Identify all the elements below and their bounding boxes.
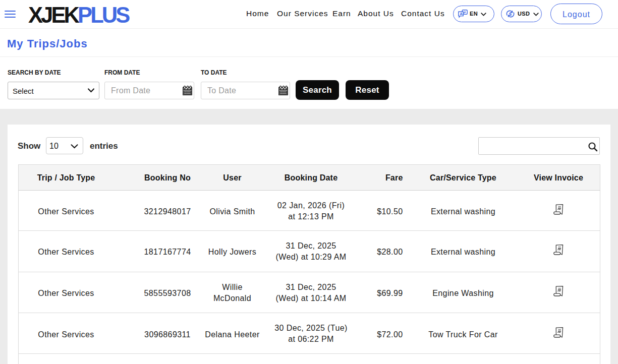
svg-text:$: $	[509, 12, 512, 17]
svg-text:A: A	[460, 12, 463, 16]
